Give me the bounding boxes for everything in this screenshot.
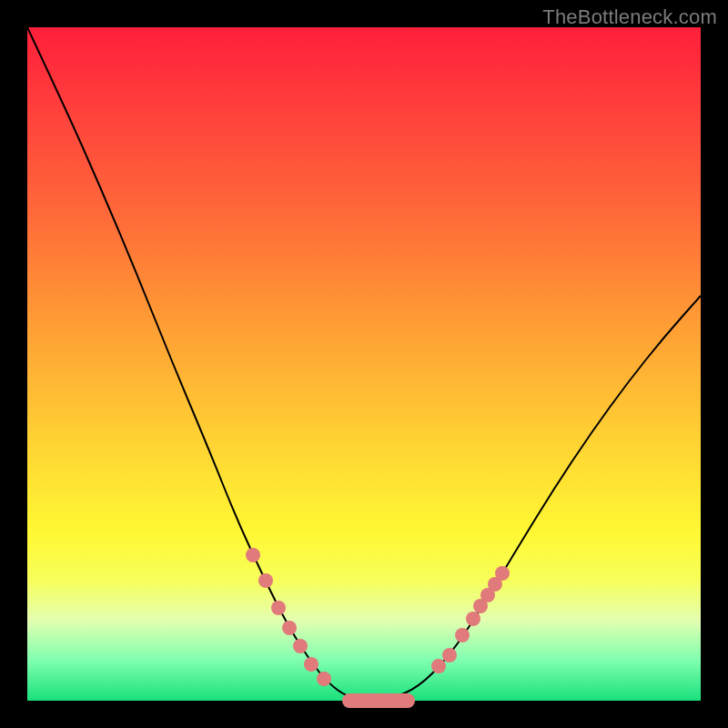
curve-marker: [495, 566, 510, 581]
curve-marker: [442, 648, 457, 662]
watermark-text: TheBottleneck.com: [542, 5, 717, 29]
chart-frame: TheBottleneck.com: [0, 0, 728, 728]
curve-marker: [258, 573, 273, 588]
right-curve-markers: [431, 566, 510, 673]
curve-marker: [431, 659, 446, 673]
left-curve-markers: [246, 548, 331, 686]
curve-marker: [455, 628, 470, 642]
curve-marker: [246, 548, 260, 562]
curve-marker: [317, 672, 331, 686]
curve-marker: [466, 612, 480, 626]
curve-marker: [304, 657, 318, 672]
curve-marker: [293, 639, 308, 653]
valley-pill-marker: [342, 693, 415, 708]
bottleneck-curve: [27, 27, 701, 700]
plot-overlay: [27, 27, 701, 701]
curve-marker: [271, 601, 286, 615]
curve-marker: [282, 621, 297, 635]
